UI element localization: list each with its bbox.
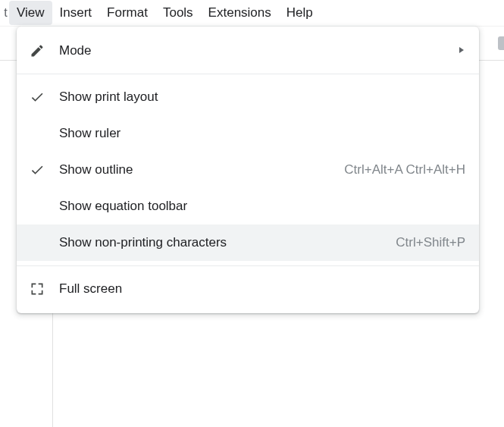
submenu-arrow-icon: [458, 46, 465, 56]
menu-item-mode[interactable]: Mode: [17, 33, 479, 69]
view-dropdown: Mode Show print layout Show ruler Show o…: [17, 27, 479, 313]
menu-view[interactable]: View: [9, 1, 52, 25]
menu-label: Full screen: [59, 281, 465, 297]
pencil-icon: [27, 41, 47, 61]
check-icon: [27, 160, 47, 180]
check-icon: [27, 87, 47, 107]
menu-item-show-ruler[interactable]: Show ruler: [17, 115, 479, 152]
menu-label: Mode: [59, 43, 458, 58]
menu-tools[interactable]: Tools: [155, 1, 201, 25]
blank-icon: [27, 196, 47, 216]
menu-label: Show print layout: [59, 89, 465, 105]
menu-label: Show non-printing characters: [59, 235, 383, 250]
separator: [17, 74, 479, 74]
menu-shortcut: Ctrl+Alt+A Ctrl+Alt+H: [344, 162, 465, 177]
menu-item-show-print-layout[interactable]: Show print layout: [17, 79, 479, 115]
menu-item-show-outline[interactable]: Show outline Ctrl+Alt+A Ctrl+Alt+H: [17, 152, 479, 188]
menubar: t View Insert Format Tools Extensions He…: [0, 0, 504, 26]
blank-icon: [27, 124, 47, 143]
blank-icon: [27, 233, 47, 253]
menubar-left-fragment: t: [0, 6, 9, 20]
separator: [17, 265, 479, 266]
menu-label: Show equation toolbar: [59, 199, 465, 214]
menu-extensions[interactable]: Extensions: [201, 1, 279, 25]
menu-shortcut: Ctrl+Shift+P: [396, 235, 465, 250]
fullscreen-icon: [27, 279, 47, 299]
menu-help[interactable]: Help: [279, 1, 321, 25]
menu-item-show-equation-toolbar[interactable]: Show equation toolbar: [17, 188, 479, 224]
toolbar-knob: [498, 36, 504, 50]
menu-format[interactable]: Format: [99, 1, 155, 25]
menu-item-show-non-printing-characters[interactable]: Show non-printing characters Ctrl+Shift+…: [17, 224, 479, 261]
menu-label: Show outline: [59, 162, 332, 177]
menu-insert[interactable]: Insert: [52, 1, 100, 25]
menu-item-full-screen[interactable]: Full screen: [17, 271, 479, 307]
menu-label: Show ruler: [59, 126, 465, 141]
